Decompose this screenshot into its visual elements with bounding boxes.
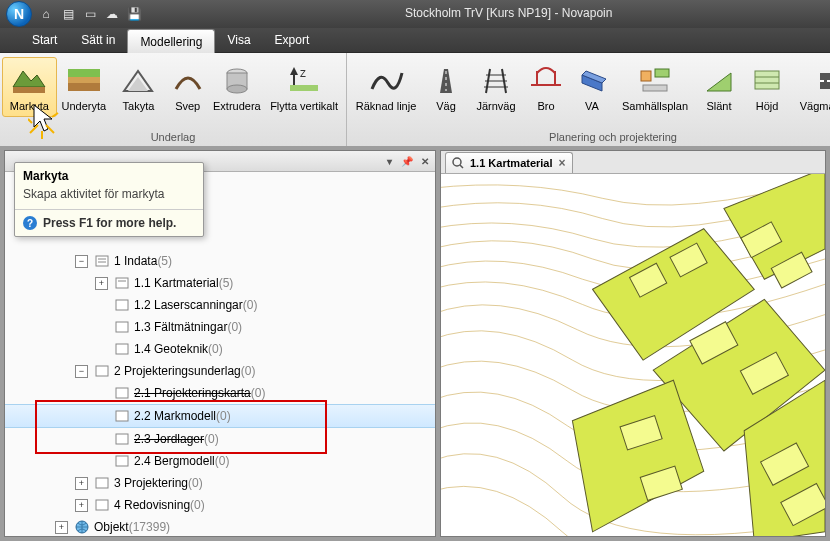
- document-icon[interactable]: ▤: [60, 6, 76, 22]
- tree-node-projunderlag[interactable]: −2 Projekteringsunderlag (0): [5, 360, 435, 382]
- folder-node-icon: [94, 475, 110, 491]
- dropdown-icon[interactable]: ▾: [383, 155, 395, 167]
- ribbon: Markyta Underyta Takyta Svep Extrudera: [0, 53, 830, 148]
- tool-takyta-label: Takyta: [123, 100, 155, 112]
- menu-visa[interactable]: Visa: [215, 28, 262, 52]
- cursor-icon: [28, 103, 62, 143]
- tool-slant[interactable]: Slänt: [695, 57, 743, 117]
- svg-rect-4: [68, 83, 100, 91]
- folder-node-icon: [114, 453, 130, 469]
- slope-icon: [701, 62, 737, 98]
- tooltip-help-text: Press F1 for more help.: [43, 216, 176, 230]
- tree-node-projektering[interactable]: +3 Projektering (0): [5, 472, 435, 494]
- viewport-tab-kartmaterial[interactable]: 1.1 Kartmaterial ×: [445, 152, 573, 173]
- extrude-icon: [219, 62, 255, 98]
- underlayer-icon: [66, 62, 102, 98]
- tree-node-markmodell[interactable]: 2.2 Markmodell (0): [5, 404, 435, 428]
- svg-rect-48: [96, 500, 108, 510]
- collapse-icon[interactable]: −: [75, 365, 88, 378]
- tree-node-geoteknik[interactable]: 1.4 Geoteknik (0): [5, 338, 435, 360]
- svg-rect-13: [290, 85, 318, 91]
- expand-icon[interactable]: +: [75, 499, 88, 512]
- tool-samhallsplan[interactable]: Samhällsplan: [615, 57, 695, 117]
- tool-underyta[interactable]: Underyta: [57, 57, 112, 117]
- menu-start[interactable]: Start: [20, 28, 69, 52]
- line-calc-icon: [368, 62, 404, 98]
- menu-export[interactable]: Export: [263, 28, 322, 52]
- map-viewport[interactable]: [441, 174, 825, 536]
- quick-access-toolbar: N ⌂ ▤ ▭ ☁ 💾: [0, 1, 148, 27]
- folder-node-icon: [94, 497, 110, 513]
- tool-raknad-linje[interactable]: Räknad linje: [349, 57, 423, 117]
- svg-rect-26: [655, 69, 669, 77]
- close-icon[interactable]: ✕: [419, 155, 431, 167]
- tree-node-objekt[interactable]: +Objekt (17399): [5, 516, 435, 536]
- menu-satt-in[interactable]: Sätt in: [69, 28, 127, 52]
- globe-icon: [74, 519, 90, 535]
- tree-node-redovisning[interactable]: +4 Redovisning (0): [5, 494, 435, 516]
- app-button[interactable]: N: [6, 1, 32, 27]
- tool-svep-label: Svep: [175, 100, 200, 112]
- tool-vagmarkering[interactable]: Vägmarkering: [791, 57, 830, 117]
- cloud-icon[interactable]: ☁: [104, 6, 120, 22]
- folder-node-icon: [114, 431, 130, 447]
- tool-va[interactable]: VA: [569, 57, 615, 117]
- menu-modellering[interactable]: Modellering: [127, 29, 215, 53]
- tool-jarnvag[interactable]: Järnväg: [469, 57, 523, 117]
- tool-svep[interactable]: Svep: [166, 57, 210, 117]
- tool-hojd[interactable]: Höjd: [743, 57, 791, 117]
- tooltip-title: Markyta: [15, 163, 203, 185]
- tree-node-projkarta[interactable]: 2.1 Projekteringskarta (0): [5, 382, 435, 404]
- tool-hojd-label: Höjd: [756, 100, 779, 112]
- svg-rect-43: [116, 388, 128, 398]
- tooltip-help: ? Press F1 for more help.: [15, 210, 203, 236]
- expand-icon[interactable]: +: [55, 521, 68, 534]
- svg-rect-37: [116, 278, 128, 288]
- tree-node-laserscan[interactable]: 1.2 Laserscanningar (0): [5, 294, 435, 316]
- tooltip-body: Skapa aktivitet för markyta: [15, 185, 203, 209]
- roadmark-icon: [816, 62, 830, 98]
- expand-icon[interactable]: +: [95, 277, 108, 290]
- tool-extrudera[interactable]: Extrudera: [210, 57, 265, 117]
- tool-takyta[interactable]: Takyta: [111, 57, 166, 117]
- folder-node-icon: [114, 408, 130, 424]
- svg-rect-3: [68, 77, 100, 83]
- road-icon: [428, 62, 464, 98]
- tree-node-indata[interactable]: −1 Indata (5): [5, 250, 435, 272]
- height-icon: [749, 62, 785, 98]
- svg-rect-1: [13, 87, 45, 93]
- svg-rect-29: [755, 71, 779, 89]
- plan-icon: [637, 62, 673, 98]
- folder-icon[interactable]: ▭: [82, 6, 98, 22]
- tool-flytta-label: Flytta vertikalt: [270, 100, 338, 112]
- svg-line-72: [52, 113, 58, 117]
- tool-vag[interactable]: Väg: [423, 57, 469, 117]
- svg-marker-28: [707, 73, 731, 91]
- folder-node-icon: [114, 341, 130, 357]
- move-vertical-icon: z: [286, 62, 322, 98]
- svg-line-51: [460, 165, 463, 168]
- tree-node-faltmat[interactable]: 1.3 Fältmätningar (0): [5, 316, 435, 338]
- roof-icon: [120, 62, 156, 98]
- collapse-icon[interactable]: −: [75, 255, 88, 268]
- pin-icon[interactable]: 📌: [401, 155, 413, 167]
- tool-vag-label: Väg: [436, 100, 456, 112]
- tree-node-kartmaterial[interactable]: +1.1 Kartmaterial (5): [5, 272, 435, 294]
- svg-rect-40: [116, 322, 128, 332]
- tool-flytta-vertikalt[interactable]: z Flytta vertikalt: [264, 57, 344, 117]
- magnify-icon: [452, 157, 464, 169]
- tool-bro[interactable]: Bro: [523, 57, 569, 117]
- tree-node-bergmodell[interactable]: 2.4 Bergmodell (0): [5, 450, 435, 472]
- save-icon[interactable]: 💾: [126, 6, 142, 22]
- folder-node-icon: [114, 275, 130, 291]
- tool-bro-label: Bro: [537, 100, 554, 112]
- tool-vagmark-label: Vägmarkering: [800, 100, 830, 112]
- expand-icon[interactable]: +: [75, 477, 88, 490]
- tree-node-jordlager[interactable]: 2.3 Jordlager (0): [5, 428, 435, 450]
- folder-node-icon: [94, 253, 110, 269]
- home-icon[interactable]: ⌂: [38, 6, 54, 22]
- tab-close-icon[interactable]: ×: [559, 156, 566, 170]
- svg-marker-6: [128, 77, 148, 91]
- svg-marker-0: [13, 71, 45, 87]
- svg-point-50: [453, 158, 461, 166]
